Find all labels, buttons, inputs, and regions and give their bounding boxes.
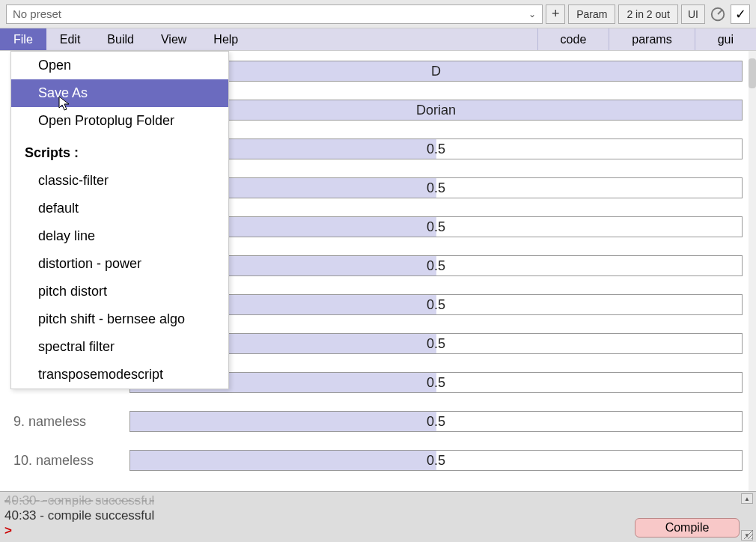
svg-line-1	[718, 10, 722, 14]
scripts-header: Scripts :	[11, 135, 228, 167]
script-item[interactable]: delay line	[11, 222, 228, 250]
param-fill	[130, 451, 436, 470]
svg-line-4	[752, 538, 753, 539]
bypass-check-icon[interactable]: ✓	[731, 4, 750, 24]
preset-label: No preset	[13, 7, 61, 20]
scrollbar-thumb[interactable]	[749, 58, 756, 88]
compile-button[interactable]: Compile	[635, 518, 740, 538]
script-item[interactable]: default	[11, 195, 228, 222]
knob-icon[interactable]	[708, 4, 728, 24]
param-value: 0.5	[427, 453, 445, 469]
param-row: 10. nameless0.5	[13, 449, 743, 472]
menu-open-folder[interactable]: Open Protoplug Folder	[11, 107, 228, 135]
script-item[interactable]: transposemodescript	[11, 361, 228, 389]
param-value: 0.5	[427, 141, 445, 157]
param-slider[interactable]: 0.5	[129, 450, 743, 471]
menu-edit[interactable]: Edit	[46, 28, 94, 50]
param-label: 10. nameless	[13, 453, 129, 469]
param-value: 0.5	[427, 258, 445, 274]
log-line: 40:30 - compile successful	[4, 493, 752, 508]
preset-dropdown[interactable]: No preset ⌄	[6, 4, 543, 24]
script-item[interactable]: pitch shift - bernsee algo	[11, 305, 228, 333]
param-value: 0.5	[427, 336, 445, 352]
add-preset-button[interactable]: +	[546, 4, 565, 24]
ui-button[interactable]: UI	[681, 4, 705, 24]
param-row: 9. nameless0.5	[13, 410, 743, 433]
param-value: 0.5	[427, 414, 445, 430]
script-item[interactable]: distortion - power	[11, 250, 228, 278]
resize-grip-icon[interactable]	[743, 529, 755, 541]
tab-params[interactable]: params	[609, 28, 694, 50]
param-value: 0.5	[427, 375, 445, 391]
script-item[interactable]: spectral filter	[11, 333, 228, 361]
scrollbar-track[interactable]	[749, 51, 756, 491]
param-slider[interactable]: 0.5	[129, 411, 743, 432]
param-value: Dorian	[416, 103, 456, 118]
tab-gui[interactable]: gui	[695, 28, 756, 50]
param-label: 9. nameless	[13, 414, 129, 430]
param-value: 0.5	[427, 180, 445, 196]
param-button[interactable]: Param	[568, 4, 615, 24]
script-item[interactable]: pitch distort	[11, 278, 228, 305]
menu-file[interactable]: File	[0, 28, 46, 50]
svg-line-2	[744, 530, 753, 539]
menu-save-as[interactable]: Save As	[11, 79, 228, 107]
file-dropdown-menu: Open Save As Open Protoplug Folder Scrip…	[10, 51, 229, 389]
script-item[interactable]: classic-filter	[11, 167, 228, 195]
io-button[interactable]: 2 in 2 out	[618, 4, 678, 24]
bottom-panel: 40:30 - compile successful 40:33 - compi…	[0, 491, 756, 542]
param-fill	[130, 412, 436, 431]
log-prompt[interactable]: >	[4, 523, 12, 538]
menu-build[interactable]: Build	[94, 28, 147, 50]
param-value: D	[431, 64, 441, 79]
top-toolbar: No preset ⌄ + Param 2 in 2 out UI ✓	[0, 0, 756, 28]
tab-code[interactable]: code	[537, 28, 609, 50]
param-value: 0.5	[427, 219, 445, 235]
menu-help[interactable]: Help	[200, 28, 252, 50]
menu-open[interactable]: Open	[11, 52, 228, 79]
param-value: 0.5	[427, 297, 445, 313]
menu-view[interactable]: View	[147, 28, 200, 50]
log-scroll-up-icon[interactable]: ▲	[741, 493, 753, 504]
menu-bar: File Edit Build View Help code params gu…	[0, 28, 756, 51]
chevron-down-icon: ⌄	[528, 9, 536, 19]
